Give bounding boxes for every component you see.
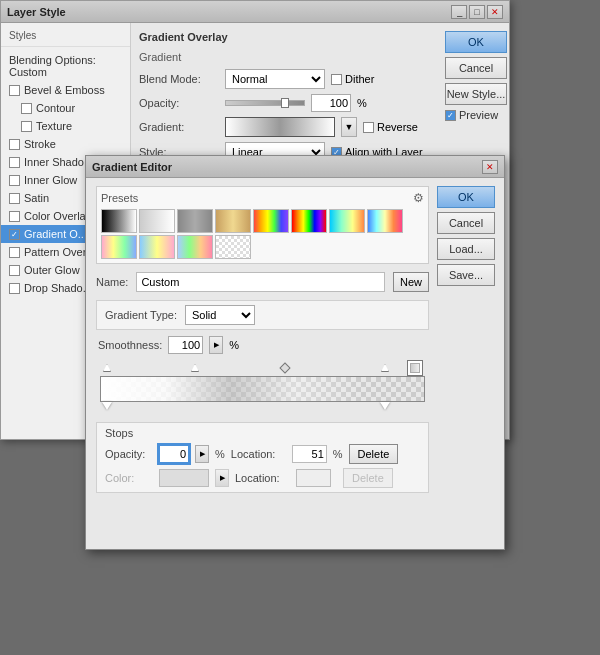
type-label: Gradient Type:: [105, 309, 177, 321]
maximize-button[interactable]: □: [469, 5, 485, 19]
smoothness-pct: %: [229, 339, 239, 351]
color-stop-arrow: [102, 402, 112, 410]
preset-item[interactable]: [215, 209, 251, 233]
sidebar-item-contour[interactable]: Contour: [1, 99, 130, 117]
smoothness-label: Smoothness:: [98, 339, 162, 351]
pattern-overlay-checkbox[interactable]: [9, 247, 20, 258]
sidebar-item-stroke[interactable]: Stroke: [1, 135, 130, 153]
contour-checkbox[interactable]: [21, 103, 32, 114]
ge-close-button[interactable]: ✕: [482, 160, 498, 174]
opacity-slider[interactable]: [225, 100, 305, 106]
drop-shadow-label: Drop Shado...: [24, 282, 92, 294]
ok-button[interactable]: OK: [445, 31, 507, 53]
color-swatch[interactable]: [159, 469, 209, 487]
ge-cancel-button[interactable]: Cancel: [437, 212, 495, 234]
ge-ok-button[interactable]: OK: [437, 186, 495, 208]
new-gradient-button[interactable]: New: [393, 272, 429, 292]
midpoint-diamond: [279, 362, 290, 373]
presets-text: Presets: [101, 192, 138, 204]
opacity-stop[interactable]: [190, 364, 200, 376]
gradient-overlay-checkbox[interactable]: ✓: [9, 229, 20, 240]
reverse-row: Reverse: [363, 121, 418, 133]
opacity-label: Opacity:: [139, 97, 219, 109]
dither-checkbox[interactable]: [331, 74, 342, 85]
new-style-button[interactable]: New Style...: [445, 83, 507, 105]
ge-right-panel: OK Cancel Load... Save...: [429, 186, 494, 541]
opacity-row: Opacity: %: [139, 94, 431, 112]
layer-style-title: Layer Style: [7, 6, 66, 18]
drop-shadow-checkbox[interactable]: [9, 283, 20, 294]
minimize-button[interactable]: ⎯: [451, 5, 467, 19]
opacity-stop[interactable]: [102, 364, 112, 376]
preset-item[interactable]: [367, 209, 403, 233]
inner-shadow-label: Inner Shado...: [24, 156, 93, 168]
smoothness-arrow[interactable]: ▶: [209, 336, 223, 354]
gradient-preview[interactable]: [225, 117, 335, 137]
preset-item[interactable]: [101, 235, 137, 259]
smoothness-row: Smoothness: ▶ %: [96, 336, 429, 354]
gradient-type-row: Gradient Type: Solid Noise: [96, 300, 429, 330]
titlebar-controls: ⎯ □ ✕: [451, 5, 503, 19]
inner-glow-checkbox[interactable]: [9, 175, 20, 186]
preset-item[interactable]: [177, 209, 213, 233]
texture-checkbox[interactable]: [21, 121, 32, 132]
color-arrow[interactable]: ▶: [215, 469, 229, 487]
color-stop-mid[interactable]: [380, 402, 390, 410]
stop-inner: [410, 363, 420, 373]
color-stop-left[interactable]: [102, 402, 112, 410]
reverse-checkbox[interactable]: [363, 122, 374, 133]
bevel-checkbox[interactable]: [9, 85, 20, 96]
preset-item[interactable]: [291, 209, 327, 233]
gradient-fill: [226, 118, 334, 136]
layer-style-titlebar: Layer Style ⎯ □ ✕: [1, 1, 509, 23]
sidebar-item-texture[interactable]: Texture: [1, 117, 130, 135]
contour-label: Contour: [36, 102, 75, 114]
gradient-bar-container: [100, 362, 425, 416]
preset-item[interactable]: [139, 209, 175, 233]
blending-label: Blending Options: Custom: [9, 54, 122, 78]
preset-item[interactable]: [139, 235, 175, 259]
opacity-thumb[interactable]: [281, 98, 289, 108]
top-stops: [100, 362, 425, 376]
preset-item[interactable]: [101, 209, 137, 233]
blend-mode-select[interactable]: Normal: [225, 69, 325, 89]
preset-item[interactable]: [177, 235, 213, 259]
opacity-stop-arrow[interactable]: ▶: [195, 445, 209, 463]
outer-glow-checkbox[interactable]: [9, 265, 20, 276]
ge-left-panel: Presets ⚙: [96, 186, 429, 541]
color-overlay-checkbox[interactable]: [9, 211, 20, 222]
close-button[interactable]: ✕: [487, 5, 503, 19]
presets-gear-icon[interactable]: ⚙: [413, 191, 424, 205]
color-location-input[interactable]: [296, 469, 331, 487]
name-input[interactable]: [136, 272, 385, 292]
opacity-delete-button[interactable]: Delete: [349, 444, 399, 464]
opacity-stop[interactable]: [380, 364, 390, 376]
color-delete-button: Delete: [343, 468, 393, 488]
preset-item[interactable]: [215, 235, 251, 259]
stroke-label: Stroke: [24, 138, 56, 150]
gradient-main-bar[interactable]: [100, 376, 425, 402]
stop-marker-top: [381, 364, 389, 372]
satin-checkbox[interactable]: [9, 193, 20, 204]
opacity-location-input[interactable]: [292, 445, 327, 463]
panel-title: Gradient Overlay: [139, 31, 431, 43]
name-row: Name: New: [96, 272, 429, 292]
opacity-stop[interactable]: [280, 364, 290, 376]
name-label: Name:: [96, 276, 128, 288]
opacity-stop-right[interactable]: [407, 360, 423, 376]
type-select[interactable]: Solid Noise: [185, 305, 255, 325]
preset-item[interactable]: [329, 209, 365, 233]
ge-save-button[interactable]: Save...: [437, 264, 495, 286]
gradient-dropdown-arrow[interactable]: ▼: [341, 117, 357, 137]
inner-shadow-checkbox[interactable]: [9, 157, 20, 168]
sidebar-item-bevel[interactable]: Bevel & Emboss: [1, 81, 130, 99]
opacity-input[interactable]: [311, 94, 351, 112]
stroke-checkbox[interactable]: [9, 139, 20, 150]
smoothness-input[interactable]: [168, 336, 203, 354]
preview-checkbox[interactable]: ✓: [445, 110, 456, 121]
ge-load-button[interactable]: Load...: [437, 238, 495, 260]
sidebar-blending-options[interactable]: Blending Options: Custom: [1, 51, 130, 81]
preset-item[interactable]: [253, 209, 289, 233]
opacity-stop-input[interactable]: [159, 445, 189, 463]
cancel-button[interactable]: Cancel: [445, 57, 507, 79]
